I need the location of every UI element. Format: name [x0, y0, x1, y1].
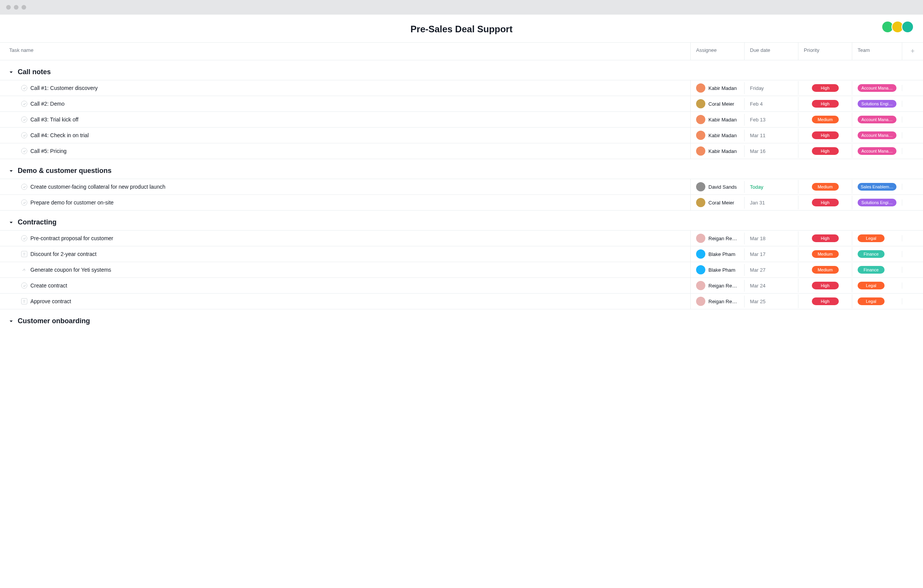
assignee-cell[interactable]: Coral Meier	[690, 96, 744, 111]
team-cell[interactable]: Account Mana…	[852, 113, 902, 126]
project-members[interactable]	[884, 21, 914, 33]
task-row[interactable]: Call #1: Customer discoveryKabir MadanFr…	[0, 80, 923, 96]
section-caret-icon[interactable]	[8, 69, 15, 76]
priority-cell[interactable]: High	[798, 231, 852, 245]
due-date-cell[interactable]: Mar 18	[744, 233, 798, 244]
priority-cell[interactable]: High	[798, 279, 852, 292]
section-caret-icon[interactable]	[8, 168, 15, 174]
section-header[interactable]: ⋮⋮Customer onboarding	[0, 309, 923, 329]
section-caret-icon[interactable]	[8, 219, 15, 226]
due-date-cell[interactable]: Mar 17	[744, 248, 798, 260]
assignee-cell[interactable]: Blake Pham	[690, 246, 744, 262]
task-row[interactable]: Prepare demo for customer on-siteCoral M…	[0, 194, 923, 211]
assignee-cell[interactable]: David Sands	[690, 179, 744, 194]
col-priority[interactable]: Priority	[798, 43, 852, 60]
col-team[interactable]: Team	[852, 43, 902, 60]
assignee-cell[interactable]: Reigan Rea…	[690, 294, 744, 309]
section-caret-icon[interactable]	[8, 318, 15, 325]
task-cell[interactable]: Call #5: Pricing	[0, 145, 690, 157]
assignee-cell[interactable]: Kabir Madan	[690, 143, 744, 159]
priority-cell[interactable]: High	[798, 196, 852, 209]
team-cell[interactable]: Legal	[852, 279, 902, 292]
task-cell[interactable]: Prepare demo for customer on-site	[0, 196, 690, 209]
task-cell[interactable]: Discount for 2-year contract	[0, 248, 690, 260]
assignee-cell[interactable]: Coral Meier	[690, 195, 744, 210]
assignee-cell[interactable]: Kabir Madan	[690, 80, 744, 96]
complete-check-icon[interactable]	[21, 235, 27, 241]
task-cell[interactable]: Create customer-facing collateral for ne…	[0, 181, 690, 193]
task-cell[interactable]: Call #4: Check in on trial	[0, 129, 690, 141]
team-cell[interactable]: Legal	[852, 294, 902, 308]
complete-check-icon[interactable]	[21, 199, 27, 206]
due-date-cell[interactable]: Jan 31	[744, 197, 798, 209]
due-date-cell[interactable]: Mar 16	[744, 145, 798, 157]
complete-check-icon[interactable]	[21, 116, 27, 123]
automation-icon[interactable]	[21, 267, 27, 273]
due-date-cell[interactable]: Feb 13	[744, 114, 798, 126]
assignee-cell[interactable]: Kabir Madan	[690, 112, 744, 127]
col-due-date[interactable]: Due date	[744, 43, 798, 60]
task-row[interactable]: Call #2: DemoCoral MeierFeb 4HighSolutio…	[0, 96, 923, 111]
team-cell[interactable]: Account Mana…	[852, 144, 902, 158]
add-column-button[interactable]: +	[902, 43, 923, 60]
task-cell[interactable]: Approve contract	[0, 295, 690, 307]
due-date-cell[interactable]: Friday	[744, 82, 798, 94]
assignee-cell[interactable]: Kabir Madan	[690, 128, 744, 143]
member-avatar[interactable]	[901, 21, 914, 33]
task-cell[interactable]: Call #2: Demo	[0, 98, 690, 110]
task-cell[interactable]: Call #1: Customer discovery	[0, 82, 690, 94]
complete-check-icon[interactable]	[21, 148, 27, 154]
assignee-cell[interactable]: Reigan Rea…	[690, 231, 744, 246]
priority-cell[interactable]: High	[798, 144, 852, 158]
team-cell[interactable]: Sales Enablem…	[852, 180, 902, 194]
col-task-name[interactable]: Task name	[0, 43, 690, 60]
approval-stamp-icon[interactable]	[21, 251, 27, 257]
priority-cell[interactable]: High	[798, 97, 852, 111]
priority-cell[interactable]: High	[798, 81, 852, 95]
team-cell[interactable]: Finance	[852, 263, 902, 277]
section-header[interactable]: ⋮⋮Contracting	[0, 211, 923, 230]
task-row[interactable]: Generate coupon for Yeti systemsBlake Ph…	[0, 262, 923, 277]
priority-cell[interactable]: High	[798, 294, 852, 308]
section-header[interactable]: ⋮⋮Call notes	[0, 60, 923, 80]
task-row[interactable]: Call #3: Trial kick offKabir MadanFeb 13…	[0, 111, 923, 127]
traffic-minimize-icon[interactable]	[14, 5, 18, 10]
team-cell[interactable]: Finance	[852, 247, 902, 261]
task-row[interactable]: Call #4: Check in on trialKabir MadanMar…	[0, 127, 923, 143]
team-cell[interactable]: Solutions Engi…	[852, 196, 902, 209]
task-cell[interactable]: Create contract	[0, 279, 690, 292]
priority-cell[interactable]: Medium	[798, 263, 852, 277]
section-header[interactable]: ⋮⋮Demo & customer questions	[0, 159, 923, 179]
assignee-cell[interactable]: Reigan Rea…	[690, 278, 744, 293]
task-row[interactable]: Create contractReigan Rea…Mar 24HighLega…	[0, 277, 923, 293]
team-cell[interactable]: Solutions Engi…	[852, 97, 902, 111]
complete-check-icon[interactable]	[21, 184, 27, 190]
col-assignee[interactable]: Assignee	[690, 43, 744, 60]
due-date-cell[interactable]: Mar 24	[744, 280, 798, 292]
traffic-close-icon[interactable]	[6, 5, 11, 10]
team-cell[interactable]: Account Mana…	[852, 81, 902, 95]
task-cell[interactable]: Call #3: Trial kick off	[0, 113, 690, 126]
task-cell[interactable]: Generate coupon for Yeti systems	[0, 264, 690, 276]
due-date-cell[interactable]: Mar 11	[744, 130, 798, 141]
traffic-zoom-icon[interactable]	[22, 5, 26, 10]
priority-cell[interactable]: Medium	[798, 180, 852, 194]
complete-check-icon[interactable]	[21, 132, 27, 138]
assignee-cell[interactable]: Blake Pham	[690, 262, 744, 277]
priority-cell[interactable]: High	[798, 128, 852, 142]
due-date-cell[interactable]: Mar 27	[744, 264, 798, 276]
due-date-cell[interactable]: Today	[744, 181, 798, 193]
priority-cell[interactable]: Medium	[798, 247, 852, 261]
due-date-cell[interactable]: Feb 4	[744, 98, 798, 110]
priority-cell[interactable]: Medium	[798, 113, 852, 126]
task-row[interactable]: Call #5: PricingKabir MadanMar 16HighAcc…	[0, 143, 923, 159]
task-row[interactable]: Create customer-facing collateral for ne…	[0, 179, 923, 194]
task-row[interactable]: Approve contractReigan Rea…Mar 25HighLeg…	[0, 293, 923, 309]
due-date-cell[interactable]: Mar 25	[744, 296, 798, 307]
complete-check-icon[interactable]	[21, 101, 27, 107]
task-cell[interactable]: Pre-contract proposal for customer	[0, 232, 690, 244]
task-row[interactable]: Discount for 2-year contractBlake PhamMa…	[0, 246, 923, 262]
team-cell[interactable]: Account Mana…	[852, 128, 902, 142]
team-cell[interactable]: Legal	[852, 231, 902, 245]
complete-check-icon[interactable]	[21, 85, 27, 91]
